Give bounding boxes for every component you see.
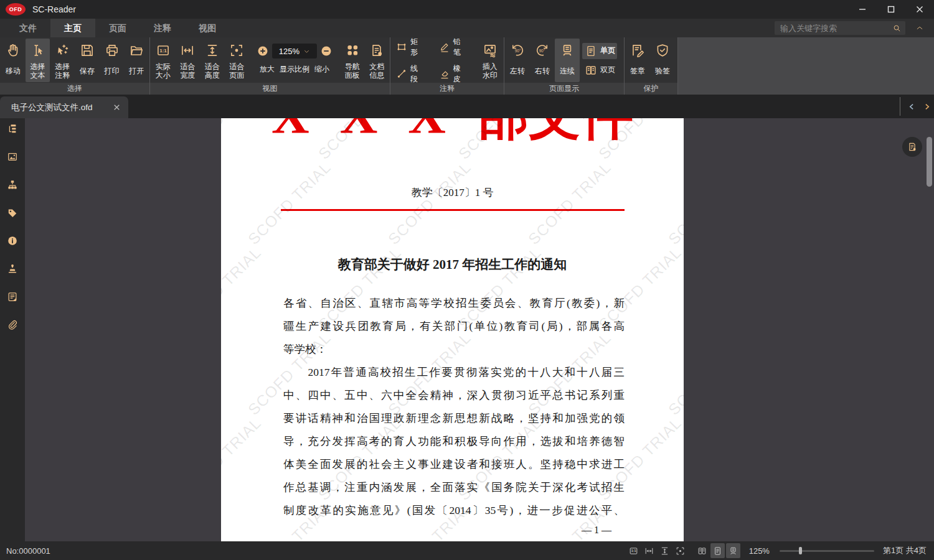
print-button[interactable]: 打印 [100, 39, 125, 82]
save-button[interactable]: 保存 [75, 39, 100, 82]
line-segment-icon [395, 67, 408, 80]
ribbon-group-page-display: 90° 左转 90° 右转 连续 单页 双页 [504, 37, 625, 95]
sign-stamp-button[interactable]: 签章 [625, 39, 650, 82]
red-separator-line [281, 209, 625, 211]
document-serial-number: No:0000001 [6, 546, 50, 556]
rectangle-tool-button[interactable]: 矩形 [394, 35, 427, 59]
zoom-in-button[interactable] [257, 45, 269, 57]
line-tool-button[interactable]: 线段 [394, 62, 427, 86]
document-text-line: 导，充分发挥高考的育人功能和积极导向作用，选拔和培养德智 [283, 430, 625, 453]
menu-annotation[interactable]: 注释 [140, 19, 185, 37]
watermark-icon [482, 42, 498, 59]
select-text-button[interactable]: 选择文本 [26, 39, 50, 82]
close-button[interactable] [905, 0, 934, 19]
collapse-ribbon-button[interactable] [912, 21, 928, 35]
ribbon-group-select: 移动 选择文本 选择注释 保存 打印 打开 选择 [0, 37, 150, 95]
continuous-pages-icon [559, 42, 575, 59]
search-box [775, 21, 905, 35]
title-bar: OFD SC-Reader [0, 0, 934, 19]
continuous-mode-button[interactable]: 连续 [555, 39, 580, 82]
status-fit-width-button[interactable] [642, 543, 656, 558]
actual-size-button[interactable]: 1:1 实际大小 [151, 39, 175, 82]
search-icon[interactable] [892, 24, 902, 33]
paperclip-icon [6, 319, 19, 331]
document-paragraph-2: 2017年普通高校招生工作要贯彻落实党的十八大和十八届三中、四中、五中、六中全会… [221, 361, 684, 522]
pencil-icon [438, 40, 451, 54]
status-fit-height-button[interactable] [658, 543, 672, 558]
status-actual-size-button[interactable]: 1:1 [626, 543, 641, 558]
nav-panel-button[interactable]: 导航面板 [340, 39, 364, 82]
document-page: SCOFD TRIALSCOFD TRIALSCOFD TRIALSCOFD T… [221, 118, 684, 541]
document-text-line: 作总基调，注重内涵发展，全面落实《国务院关于深化考试招生 [283, 476, 625, 499]
eraser-tool-button[interactable]: 橡皮 [436, 62, 469, 86]
document-tab-title: 电子公文测试文件.ofd [11, 102, 93, 113]
status-continuous-button[interactable] [726, 543, 740, 558]
status-fit-page-button[interactable] [673, 543, 687, 558]
signature-panel-button[interactable] [6, 263, 19, 275]
status-zoom-level: 125% [749, 546, 770, 556]
document-tab[interactable]: 电子公文测试文件.ofd [0, 96, 128, 118]
document-text-line: 制度改革的实施意见》(国发〔2014〕35号)，进一步促进公平、 [283, 499, 625, 522]
zoom-level-dropdown[interactable]: 125% [272, 44, 317, 58]
pencil-tool-button[interactable]: 铅笔 [436, 35, 469, 59]
thumbnails-panel-button[interactable] [6, 151, 19, 163]
fit-width-button[interactable]: 适合宽度 [175, 39, 199, 82]
document-text-line: 体美全面发展的社会主义事业建设者和接班人。坚持稳中求进工 [283, 453, 625, 476]
rotate-left-icon: 90° [509, 42, 526, 59]
prev-tab-button[interactable] [904, 95, 919, 118]
tag-panel-button[interactable] [6, 207, 19, 219]
structure-panel-button[interactable] [6, 179, 19, 191]
move-button[interactable]: 移动 [1, 39, 26, 82]
menu-home[interactable]: 主页 [50, 19, 95, 37]
tab-close-icon[interactable] [113, 103, 121, 111]
doc-badge-icon [907, 141, 918, 152]
chevron-down-icon [303, 48, 310, 55]
search-input[interactable] [775, 24, 892, 33]
doc-info-button[interactable]: 文档信息 [365, 39, 389, 82]
document-red-header: X X X 部文件 [221, 118, 684, 146]
doc-properties-float-button[interactable] [902, 137, 922, 157]
rotate-left-button[interactable]: 90° 左转 [505, 39, 530, 82]
attachments-panel-button[interactable] [6, 319, 19, 331]
menu-bar: 文件 主页 页面 注释 视图 [0, 19, 934, 37]
zoom-slider[interactable] [780, 546, 874, 555]
page-count-indicator: 第1页 共4页 [883, 545, 927, 556]
fit-width-icon [179, 42, 196, 59]
single-page-button[interactable]: 单页 [582, 43, 617, 59]
info-panel-button[interactable] [6, 235, 19, 247]
annotations-panel-button[interactable] [6, 291, 19, 303]
zoom-out-button[interactable] [320, 45, 333, 57]
printer-icon [104, 42, 120, 59]
ribbon-group-view: 1:1 实际大小 适合宽度 适合高度 适合页面 125% [150, 37, 390, 95]
outline-panel-button[interactable] [6, 123, 19, 135]
group-label-select: 选择 [0, 83, 149, 95]
status-double-page-button[interactable] [695, 543, 709, 558]
doc-info-icon [369, 42, 385, 59]
status-single-page-button[interactable] [710, 543, 725, 558]
navigation-sidebar [0, 118, 25, 541]
next-tab-button[interactable] [919, 95, 934, 118]
insert-watermark-button[interactable]: 插入水印 [477, 39, 503, 82]
verify-signature-button[interactable]: 验签 [650, 39, 675, 82]
zoom-slider-track[interactable] [780, 550, 874, 552]
minimize-button[interactable] [848, 0, 877, 19]
menu-page[interactable]: 页面 [95, 19, 140, 37]
vertical-scrollbar-thumb[interactable] [927, 137, 932, 187]
double-page-button[interactable]: 双页 [582, 62, 617, 78]
signature-icon [630, 42, 646, 59]
open-button[interactable]: 打开 [124, 39, 149, 82]
tag-icon [6, 207, 19, 219]
menu-view[interactable]: 视图 [185, 19, 230, 37]
tab-navigation [900, 95, 934, 118]
tab-nav-divider [900, 97, 900, 116]
fit-height-button[interactable]: 适合高度 [200, 39, 224, 82]
notes-icon [6, 291, 19, 303]
zoom-in-label: 放大 [260, 64, 275, 75]
select-annotation-button[interactable]: 选择注释 [50, 39, 75, 82]
maximize-button[interactable] [877, 0, 905, 19]
menu-file[interactable]: 文件 [6, 19, 50, 37]
zoom-slider-thumb[interactable] [799, 547, 802, 554]
document-text-line: 各省、自治区、直辖市高等学校招生委员会、教育厅(教委)，新 [283, 292, 625, 315]
fit-page-button[interactable]: 适合页面 [224, 39, 248, 82]
rotate-right-button[interactable]: 90° 右转 [530, 39, 555, 82]
